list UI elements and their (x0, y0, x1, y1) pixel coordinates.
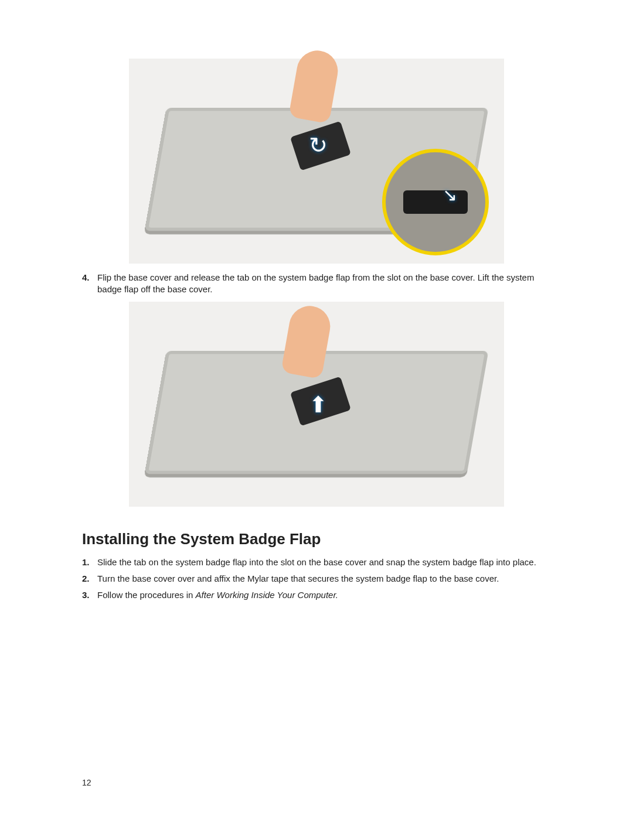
install-step-1: 1. Slide the tab on the system badge fla… (82, 556, 551, 568)
zoom-inset-circle: ↘ (382, 149, 489, 255)
page-number: 12 (82, 778, 91, 787)
install-step-2: 2. Turn the base cover over and affix th… (82, 573, 551, 585)
section-heading-installing-badge-flap: Installing the System Badge Flap (82, 530, 551, 548)
direction-arrow-icon: ↻ (309, 132, 328, 158)
install-step-3: 3. Follow the procedures in After Workin… (82, 589, 551, 601)
step-text-prefix: Follow the procedures in (97, 590, 196, 600)
step-text: Turn the base cover over and affix the M… (97, 573, 551, 585)
step-number: 1. (82, 556, 97, 568)
direction-arrow-icon: ⬆ (309, 392, 328, 418)
step-number: 4. (82, 272, 97, 296)
step-text-italic: After Working Inside Your Computer. (196, 590, 338, 600)
figure-remove-badge-flap-inside: ↻ ↘ (129, 59, 504, 264)
zoom-badge-flap: ↘ (403, 190, 468, 214)
step-text: Slide the tab on the system badge flap i… (97, 556, 551, 568)
step-number: 3. (82, 589, 97, 601)
document-page: ↻ ↘ 4. Flip the base cover and release t… (0, 0, 633, 840)
figure-lift-badge-flap-outside: ⬆ (129, 302, 504, 507)
zoom-direction-arrow-icon: ↘ (443, 185, 457, 205)
step-text: Follow the procedures in After Working I… (97, 589, 551, 601)
removal-step-4: 4. Flip the base cover and release the t… (82, 272, 551, 296)
install-steps-list: 1. Slide the tab on the system badge fla… (82, 556, 551, 602)
step-number: 2. (82, 573, 97, 585)
step-text: Flip the base cover and release the tab … (97, 272, 551, 296)
